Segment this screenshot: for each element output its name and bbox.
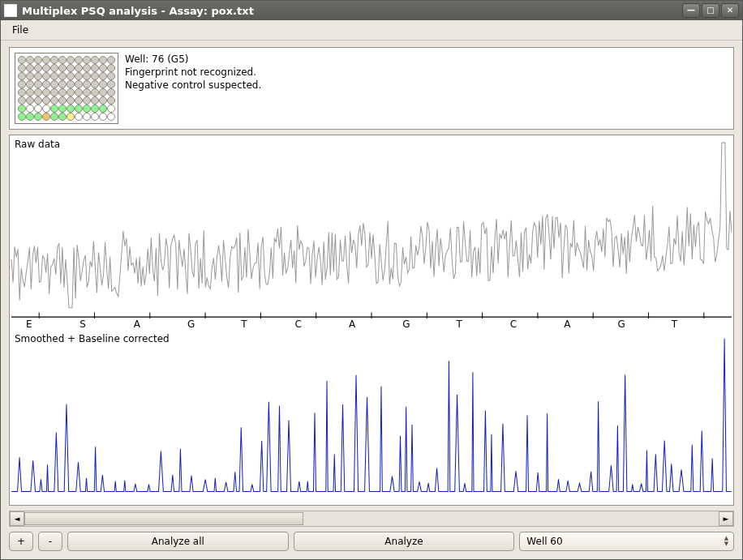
well-80[interactable] bbox=[75, 105, 83, 113]
well-87[interactable] bbox=[34, 113, 42, 121]
well-41[interactable] bbox=[50, 80, 58, 88]
well-46[interactable] bbox=[91, 80, 99, 88]
well-82[interactable] bbox=[91, 105, 99, 113]
well-63[interactable] bbox=[34, 96, 42, 105]
well-32[interactable] bbox=[75, 72, 83, 80]
well-62[interactable] bbox=[26, 96, 34, 105]
well-48[interactable] bbox=[107, 80, 115, 88]
well-25[interactable] bbox=[18, 72, 26, 80]
well-45[interactable] bbox=[83, 80, 91, 88]
well-8[interactable] bbox=[75, 56, 83, 64]
well-78[interactable] bbox=[58, 105, 67, 113]
well-13[interactable] bbox=[18, 64, 26, 72]
well-34[interactable] bbox=[91, 72, 99, 80]
menu-file[interactable]: File bbox=[6, 22, 35, 38]
well-9[interactable] bbox=[83, 56, 91, 64]
well-69[interactable] bbox=[83, 96, 91, 105]
analyze-button[interactable]: Analyze bbox=[294, 532, 515, 551]
well-50[interactable] bbox=[26, 88, 34, 96]
well-61[interactable] bbox=[18, 96, 26, 105]
well-29[interactable] bbox=[50, 72, 58, 80]
zoom-out-button[interactable]: - bbox=[38, 532, 62, 551]
well-selector[interactable]: Well 60 ▲▼ bbox=[519, 532, 734, 551]
well-33[interactable] bbox=[83, 72, 91, 80]
well-68[interactable] bbox=[75, 96, 83, 105]
well-4[interactable] bbox=[42, 56, 50, 64]
well-75[interactable] bbox=[34, 105, 42, 113]
well-14[interactable] bbox=[26, 64, 34, 72]
well-31[interactable] bbox=[67, 72, 75, 80]
well-38[interactable] bbox=[26, 80, 34, 88]
scroll-thumb[interactable] bbox=[24, 512, 303, 525]
well-74[interactable] bbox=[26, 105, 34, 113]
well-49[interactable] bbox=[18, 88, 26, 96]
well-22[interactable] bbox=[91, 64, 99, 72]
well-60[interactable] bbox=[107, 88, 115, 96]
well-85[interactable] bbox=[18, 113, 26, 121]
scroll-right-button[interactable]: ► bbox=[719, 511, 733, 526]
well-95[interactable] bbox=[99, 113, 107, 121]
well-42[interactable] bbox=[58, 80, 67, 88]
well-51[interactable] bbox=[34, 88, 42, 96]
well-59[interactable] bbox=[99, 88, 107, 96]
well-10[interactable] bbox=[91, 56, 99, 64]
zoom-in-button[interactable]: + bbox=[9, 532, 33, 551]
well-37[interactable] bbox=[18, 80, 26, 88]
well-2[interactable] bbox=[26, 56, 34, 64]
well-24[interactable] bbox=[107, 64, 115, 72]
close-button[interactable]: ✕ bbox=[721, 3, 739, 18]
well-35[interactable] bbox=[99, 72, 107, 80]
well-plate[interactable] bbox=[15, 53, 118, 124]
well-18[interactable] bbox=[58, 64, 67, 72]
well-12[interactable] bbox=[107, 56, 115, 64]
well-57[interactable] bbox=[83, 88, 91, 96]
well-23[interactable] bbox=[99, 64, 107, 72]
well-67[interactable] bbox=[67, 96, 75, 105]
well-92[interactable] bbox=[75, 113, 83, 121]
well-94[interactable] bbox=[91, 113, 99, 121]
well-53[interactable] bbox=[50, 88, 58, 96]
scroll-left-button[interactable]: ◄ bbox=[10, 511, 24, 526]
well-89[interactable] bbox=[50, 113, 58, 121]
well-91[interactable] bbox=[67, 113, 75, 121]
well-40[interactable] bbox=[42, 80, 50, 88]
well-28[interactable] bbox=[42, 72, 50, 80]
well-84[interactable] bbox=[107, 105, 115, 113]
well-43[interactable] bbox=[67, 80, 75, 88]
well-26[interactable] bbox=[26, 72, 34, 80]
well-72[interactable] bbox=[107, 96, 115, 105]
well-71[interactable] bbox=[99, 96, 107, 105]
well-56[interactable] bbox=[75, 88, 83, 96]
well-76[interactable] bbox=[42, 105, 50, 113]
well-52[interactable] bbox=[42, 88, 50, 96]
well-73[interactable] bbox=[18, 105, 26, 113]
well-44[interactable] bbox=[75, 80, 83, 88]
well-79[interactable] bbox=[67, 105, 75, 113]
well-70[interactable] bbox=[91, 96, 99, 105]
well-58[interactable] bbox=[91, 88, 99, 96]
well-21[interactable] bbox=[83, 64, 91, 72]
well-27[interactable] bbox=[34, 72, 42, 80]
well-15[interactable] bbox=[34, 64, 42, 72]
well-19[interactable] bbox=[67, 64, 75, 72]
well-54[interactable] bbox=[58, 88, 67, 96]
well-30[interactable] bbox=[58, 72, 67, 80]
well-86[interactable] bbox=[26, 113, 34, 121]
well-77[interactable] bbox=[50, 105, 58, 113]
maximize-button[interactable]: □ bbox=[702, 3, 719, 18]
well-64[interactable] bbox=[42, 96, 50, 105]
well-3[interactable] bbox=[34, 56, 42, 64]
well-96[interactable] bbox=[107, 113, 115, 121]
well-36[interactable] bbox=[107, 72, 115, 80]
minimize-button[interactable]: — bbox=[682, 3, 700, 18]
well-5[interactable] bbox=[50, 56, 58, 64]
well-17[interactable] bbox=[50, 64, 58, 72]
well-16[interactable] bbox=[42, 64, 50, 72]
well-55[interactable] bbox=[67, 88, 75, 96]
well-88[interactable] bbox=[42, 113, 50, 121]
well-1[interactable] bbox=[18, 56, 26, 64]
well-7[interactable] bbox=[67, 56, 75, 64]
well-65[interactable] bbox=[50, 96, 58, 105]
well-83[interactable] bbox=[99, 105, 107, 113]
well-6[interactable] bbox=[58, 56, 67, 64]
